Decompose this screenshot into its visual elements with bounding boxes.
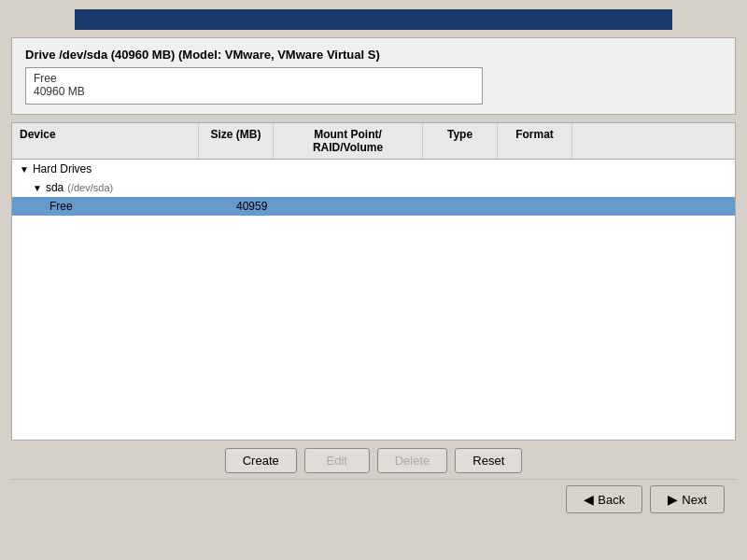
- col-type: Type: [423, 123, 498, 159]
- col-device: Device: [12, 123, 199, 159]
- free-format: [535, 200, 610, 213]
- edit-button[interactable]: Edit: [304, 448, 370, 473]
- col-size: Size (MB): [199, 123, 274, 159]
- hard-drives-text: Hard Drives: [33, 162, 92, 175]
- action-buttons: Create Edit Delete Reset: [11, 448, 736, 473]
- sda-name: sda: [46, 181, 63, 194]
- drive-info-title: Drive /dev/sda (40960 MB) (Model: VMware…: [25, 48, 722, 62]
- sda-label: ▼ sda (/dev/sda): [33, 181, 219, 194]
- drive-visual-size: 40960 MB: [34, 85, 474, 98]
- back-button[interactable]: ◀ Back: [566, 485, 642, 513]
- col-mount: Mount Point/ RAID/Volume: [274, 123, 423, 159]
- next-arrow-icon: ▶: [668, 492, 678, 507]
- free-partition-row[interactable]: Free 40959: [12, 197, 735, 216]
- free-label: Free: [49, 200, 236, 213]
- reset-button[interactable]: Reset: [455, 448, 522, 473]
- divider: [11, 479, 736, 480]
- table-header: Device Size (MB) Mount Point/ RAID/Volum…: [12, 123, 735, 160]
- chevron-down-icon-sda: ▼: [33, 183, 42, 193]
- hard-drives-label: ▼ Hard Drives: [20, 162, 206, 175]
- delete-button[interactable]: Delete: [377, 448, 448, 473]
- top-bar: [75, 9, 672, 30]
- drive-info-box: Drive /dev/sda (40960 MB) (Model: VMware…: [11, 37, 736, 115]
- sda-row[interactable]: ▼ sda (/dev/sda): [12, 178, 735, 197]
- main-container: Drive /dev/sda (40960 MB) (Model: VMware…: [11, 37, 736, 513]
- sda-path: (/dev/sda): [67, 182, 113, 193]
- drive-visual-free-label: Free: [34, 72, 474, 85]
- create-button[interactable]: Create: [225, 448, 297, 473]
- col-format: Format: [498, 123, 572, 159]
- back-arrow-icon: ◀: [584, 492, 594, 507]
- next-button[interactable]: ▶ Next: [650, 485, 725, 513]
- table-body: ▼ Hard Drives ▼ sda (/dev/sda) Free 4095…: [12, 160, 735, 440]
- nav-buttons: ◀ Back ▶ Next: [22, 485, 725, 513]
- chevron-down-icon: ▼: [20, 164, 29, 175]
- partition-table: Device Size (MB) Mount Point/ RAID/Volum…: [11, 122, 736, 441]
- group-hard-drives: ▼ Hard Drives: [12, 160, 735, 178]
- free-mount: [311, 200, 460, 213]
- drive-visual: Free 40960 MB: [25, 67, 483, 105]
- free-size: 40959: [236, 200, 311, 213]
- free-type: [460, 200, 535, 213]
